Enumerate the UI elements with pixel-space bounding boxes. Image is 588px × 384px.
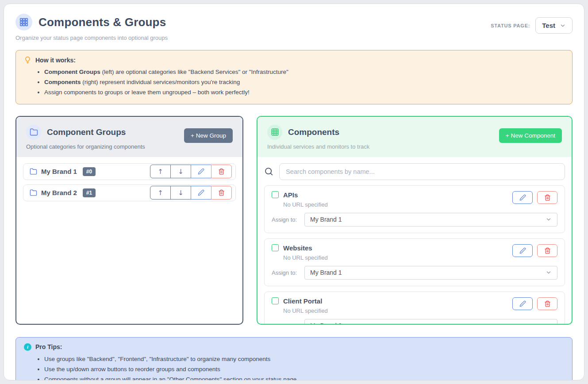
how-it-works-item: Assign components to groups or leave the… [44,87,564,97]
group-actions: ↑ ↓ [150,186,232,200]
component-card: Websites No URL specified [264,238,565,286]
pencil-icon [198,189,204,196]
delete-component-button[interactable] [537,191,557,204]
component-groups-panel: Component Groups Optional categories for… [15,116,243,325]
table-grid-icon [271,128,279,136]
components-panel-header: Components Individual services and monit… [257,117,572,157]
pro-tips-box: i Pro Tips: Use groups like "Backend", "… [15,337,573,380]
how-it-works-title: How it works: [35,57,76,64]
pro-tips-list: Use groups like "Backend", "Frontend", "… [44,354,564,380]
assign-group-select[interactable]: My Brand 2 [304,319,557,325]
how-it-works-box: How it works: Component Groups (left) ar… [15,50,573,104]
pencil-icon [519,194,526,201]
chevron-down-icon [546,269,552,276]
info-icon: i [24,343,31,351]
component-checkbox[interactable] [272,244,279,251]
pro-tips-item: Use groups like "Backend", "Frontend", "… [44,354,564,364]
pro-tips-title: Pro Tips: [35,343,62,350]
edit-component-button[interactable] [512,297,533,310]
pencil-icon [519,300,526,307]
app-grid-badge [15,14,32,31]
new-group-button[interactable]: + New Group [184,128,233,143]
assign-to-label: Assign to: [272,216,299,223]
lightbulb-icon [24,56,31,64]
groups-list: My Brand 1 #0 ↑ ↓ [16,157,242,212]
move-down-button[interactable]: ↓ [170,165,191,178]
edit-group-button[interactable] [191,165,211,178]
edit-group-button[interactable] [191,186,211,200]
assign-group-select[interactable]: My Brand 1 [304,266,557,280]
grid-dots-icon [19,17,29,27]
folder-icon [30,168,37,175]
status-page-value: Test [542,22,555,29]
component-card: APIs No URL specified [264,185,565,233]
component-checkbox[interactable] [272,297,279,304]
components-panel-subtitle: Individual services and monitors to trac… [267,143,369,150]
arrow-down-icon: ↓ [178,189,184,197]
assign-to-label: Assign to: [272,323,299,325]
trash-icon [544,247,551,254]
group-row: My Brand 1 #0 ↑ ↓ [23,163,236,180]
delete-component-button[interactable] [537,244,557,257]
component-card: Client Portal No URL specified [264,292,565,325]
delete-component-button[interactable] [537,297,557,310]
page-subtitle: Organize your status page components int… [15,35,168,41]
component-search-row [264,163,565,180]
component-url-note: No URL specified [283,254,328,261]
delete-group-button[interactable] [211,186,232,200]
assign-to-label: Assign to: [272,269,299,276]
group-row: My Brand 2 #1 ↑ ↓ [23,184,236,201]
folder-icon [30,189,37,196]
groups-panel-title: Component Groups [47,127,126,137]
page-header: Components & Groups Organize your status… [15,14,573,41]
folder-badge [26,125,41,140]
table-grid-badge [267,125,282,140]
assigned-group-value: My Brand 1 [310,269,342,276]
assigned-group-value: My Brand 2 [310,322,342,325]
pencil-icon [519,247,526,254]
group-order-badge: #0 [83,167,96,176]
page-title: Components & Groups [38,15,166,29]
component-search-input[interactable] [279,163,565,180]
edit-component-button[interactable] [512,244,533,257]
status-page-select[interactable]: Test [535,17,573,34]
folder-icon [30,128,38,136]
component-name: Client Portal [283,297,322,305]
trash-icon [544,300,551,307]
how-it-works-list: Component Groups (left) are optional cat… [44,67,564,98]
group-actions: ↑ ↓ [150,165,232,178]
pro-tips-item: Components without a group will appear i… [44,374,564,380]
chevron-down-icon [546,216,552,223]
arrow-down-icon: ↓ [178,168,184,176]
main-card: Components & Groups Organize your status… [4,4,584,380]
component-url-note: No URL specified [283,307,328,314]
chevron-down-icon [546,323,552,325]
group-order-badge: #1 [83,188,96,197]
how-it-works-item: Component Groups (left) are optional cat… [44,67,564,77]
groups-panel-header: Component Groups Optional categories for… [16,117,242,157]
chevron-down-icon [560,23,566,29]
trash-icon [218,189,225,196]
components-list: APIs No URL specified [264,185,565,325]
move-up-button[interactable]: ↑ [150,165,171,178]
search-icon [264,167,273,176]
component-checkbox[interactable] [272,191,279,198]
move-down-button[interactable]: ↓ [170,186,191,200]
group-name: My Brand 1 [41,168,77,175]
status-page-label: STATUS PAGE: [491,23,530,28]
move-up-button[interactable]: ↑ [150,186,171,200]
edit-component-button[interactable] [512,191,533,204]
delete-group-button[interactable] [211,165,232,178]
component-name: Websites [283,244,312,252]
arrow-up-icon: ↑ [158,189,163,197]
component-name: APIs [283,191,298,199]
arrow-up-icon: ↑ [158,168,163,176]
assign-group-select[interactable]: My Brand 1 [304,213,557,227]
groups-panel-subtitle: Optional categories for organizing compo… [26,143,145,150]
how-it-works-item: Components (right) represent individual … [44,77,564,87]
new-component-button[interactable]: + New Component [499,128,562,143]
trash-icon [544,194,551,201]
pencil-icon [198,168,204,175]
components-panel: Components Individual services and monit… [257,116,573,325]
pro-tips-item: Use the up/down arrow buttons to reorder… [44,364,564,374]
